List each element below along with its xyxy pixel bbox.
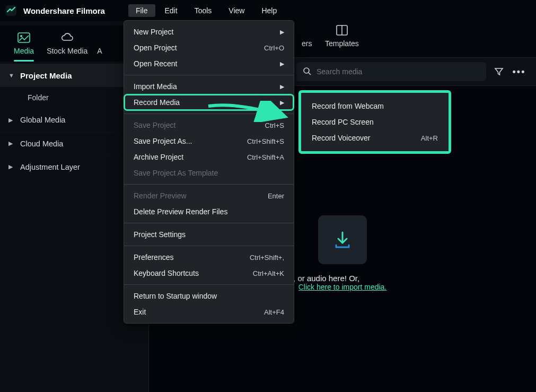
tab-partial[interactable]: A	[94, 29, 108, 62]
menu-keyboard-shortcut: Ctrl+Alt+K	[253, 269, 284, 277]
menu-save-project-as-label: Save Project As...	[134, 137, 192, 145]
menu-open-project-shortcut: Ctrl+O	[264, 44, 284, 52]
menu-new-project[interactable]: New Project ▶	[124, 24, 294, 40]
tab-templates[interactable]: Templates	[319, 21, 365, 54]
svg-point-2	[20, 35, 22, 37]
menu-return-startup[interactable]: Return to Startup window	[124, 288, 294, 304]
menu-tools[interactable]: Tools	[187, 4, 219, 17]
menu-file[interactable]: File	[128, 4, 155, 17]
menu-record-media[interactable]: Record Media ▶	[124, 94, 294, 110]
menu-return-startup-label: Return to Startup window	[134, 292, 217, 300]
menu-preferences-label: Preferences	[134, 253, 173, 262]
sidebar-project-media-label: Project Media	[20, 71, 72, 80]
menu-open-recent-label: Open Recent	[134, 59, 178, 68]
submenu-record-webcam[interactable]: Record from Webcam	[301, 98, 449, 114]
menu-open-project-label: Open Project	[134, 43, 177, 52]
tab-templates-label: Templates	[325, 39, 359, 48]
sidebar-adjustment-label: Adjustment Layer	[20, 163, 80, 171]
svg-rect-1	[18, 33, 30, 42]
tab-stock-media[interactable]: Stock Media	[40, 29, 94, 62]
menubar: Wondershare Filmora File Edit Tools View…	[0, 0, 536, 21]
filter-button[interactable]	[491, 64, 506, 79]
sidebar-folder-label: Folder	[28, 93, 49, 102]
sidebar-cloud-media-label: Cloud Media	[20, 140, 63, 148]
file-dropdown: New Project ▶ Open Project Ctrl+O Open R…	[124, 20, 294, 324]
chevron-right-icon: ▶	[8, 163, 15, 170]
tab-partial-right-label: ers	[302, 39, 312, 48]
menu-project-settings-label: Project Settings	[134, 230, 186, 239]
submenu-record-screen[interactable]: Record PC Screen	[301, 114, 449, 130]
submenu-record-voiceover-label: Record Voiceover	[312, 134, 371, 142]
tab-stock-label: Stock Media	[47, 47, 87, 55]
chevron-right-icon: ▶	[280, 60, 284, 67]
menu-import-media[interactable]: Import Media ▶	[124, 79, 294, 94]
search-wrap[interactable]	[296, 62, 486, 81]
tab-media[interactable]: Media	[7, 29, 40, 62]
sidebar-global-media-label: Global Media	[20, 116, 65, 124]
menu-new-project-label: New Project	[134, 28, 173, 36]
menu-preferences[interactable]: Preferences Ctrl+Shift+,	[124, 249, 294, 265]
import-link[interactable]: Click here to import media.	[298, 283, 387, 291]
cloud-icon	[60, 32, 74, 43]
menu-save-project-as[interactable]: Save Project As... Ctrl+Shift+S	[124, 133, 294, 149]
chevron-right-icon: ▶	[280, 29, 284, 36]
chevron-down-icon: ▼	[8, 72, 15, 79]
menu-import-media-label: Import Media	[134, 82, 177, 91]
templates-icon	[336, 24, 348, 36]
menu-separator	[124, 114, 294, 114]
empty-state: ideo clips, images, or audio here! Or, C…	[298, 215, 387, 291]
tab-partial-right[interactable]: ers	[295, 21, 318, 54]
menu-project-settings[interactable]: Project Settings	[124, 227, 294, 242]
media-icon	[17, 32, 30, 43]
menu-render-preview-shortcut: Enter	[268, 192, 284, 200]
chevron-right-icon: ▶	[8, 140, 15, 147]
menu-preferences-shortcut: Ctrl+Shift+,	[250, 254, 284, 262]
menu-save-project-shortcut: Ctrl+S	[265, 121, 284, 129]
menu-save-template-label: Save Project As Template	[134, 169, 218, 177]
menu-open-recent[interactable]: Open Recent ▶	[124, 56, 294, 72]
search-input[interactable]	[317, 67, 480, 76]
menu-edit[interactable]: Edit	[157, 4, 185, 17]
menu-save-project-label: Save Project	[134, 121, 175, 129]
menu-archive-project[interactable]: Archive Project Ctrl+Shift+A	[124, 149, 294, 165]
menu-separator	[124, 246, 294, 246]
menu-help[interactable]: Help	[254, 4, 284, 17]
svg-point-5	[304, 68, 309, 73]
menu-delete-render[interactable]: Delete Preview Render Files	[124, 204, 294, 220]
chevron-right-icon: ▶	[280, 99, 284, 106]
app-logo-icon	[5, 5, 17, 16]
menu-keyboard-label: Keyboard Shortcuts	[134, 269, 199, 277]
download-icon	[331, 228, 354, 251]
menu-keyboard-shortcuts[interactable]: Keyboard Shortcuts Ctrl+Alt+K	[124, 265, 294, 281]
menu-record-media-label: Record Media	[134, 98, 180, 107]
menu-separator	[124, 184, 294, 185]
menu-archive-project-shortcut: Ctrl+Shift+A	[247, 153, 284, 161]
chevron-right-icon: ▶	[8, 117, 15, 124]
tab-partial-label: A	[97, 47, 102, 55]
menu-exit-shortcut: Alt+F4	[264, 308, 284, 316]
menu-open-project[interactable]: Open Project Ctrl+O	[124, 40, 294, 56]
search-icon	[303, 67, 311, 77]
menu-separator	[124, 223, 294, 223]
menu-separator	[124, 284, 294, 285]
menu-render-preview-label: Render Preview	[134, 191, 187, 200]
menu-archive-project-label: Archive Project	[134, 153, 183, 161]
svg-line-6	[309, 73, 311, 75]
menu-render-preview: Render Preview Enter	[124, 188, 294, 204]
more-button[interactable]: •••	[512, 64, 526, 79]
menu-delete-render-label: Delete Preview Render Files	[134, 207, 227, 216]
submenu-record-voiceover[interactable]: Record Voiceover Alt+R	[301, 130, 449, 146]
submenu-record-webcam-label: Record from Webcam	[312, 102, 384, 110]
menu-view[interactable]: View	[221, 4, 252, 17]
more-icon: •••	[513, 66, 526, 77]
menu-save-project: Save Project Ctrl+S	[124, 117, 294, 133]
submenu-record-voiceover-shortcut: Alt+R	[421, 134, 438, 142]
menu-save-template: Save Project As Template	[124, 165, 294, 181]
app-title: Wondershare Filmora	[23, 6, 105, 15]
chevron-right-icon: ▶	[280, 83, 284, 90]
menu-save-project-as-shortcut: Ctrl+Shift+S	[247, 137, 284, 145]
menu-exit[interactable]: Exit Alt+F4	[124, 304, 294, 320]
record-media-submenu: Record from Webcam Record PC Screen Reco…	[298, 90, 451, 154]
menu-exit-label: Exit	[134, 308, 146, 316]
import-tile[interactable]	[318, 215, 367, 264]
